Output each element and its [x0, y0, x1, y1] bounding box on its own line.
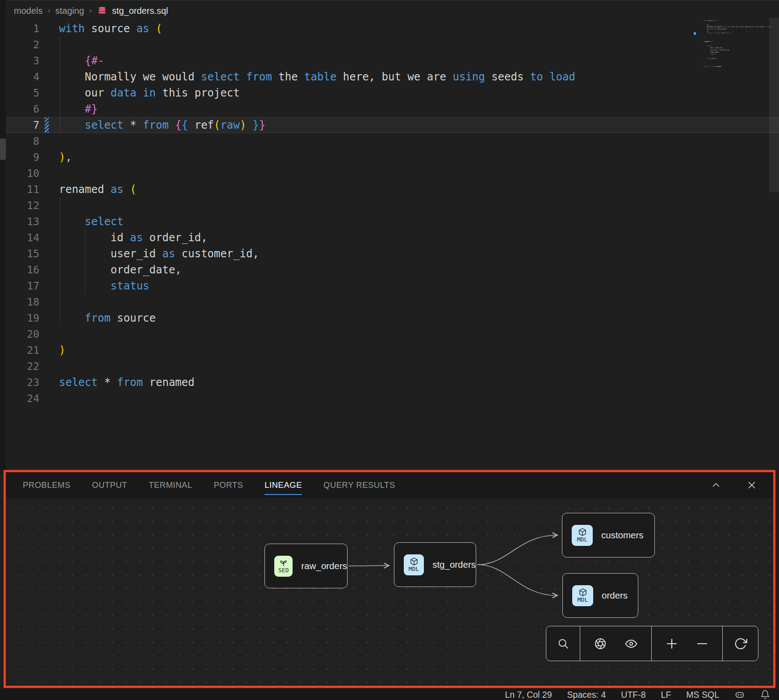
code-line-12[interactable]: 12 — [6, 197, 779, 214]
zoom-in-button[interactable] — [661, 626, 683, 661]
seedling-icon — [279, 558, 288, 567]
line-number: 21 — [6, 342, 39, 358]
cube-icon — [578, 588, 587, 597]
copilot-icon — [734, 689, 745, 700]
chevron-right-icon: › — [89, 5, 92, 15]
editor-scrollbar[interactable] — [769, 18, 779, 192]
snapshot-button[interactable] — [590, 626, 611, 661]
modified-line-marker — [45, 117, 49, 133]
database-icon — [97, 6, 107, 16]
code-editor[interactable]: models › staging › stg_orders.sql 1with … — [6, 0, 779, 470]
code-line-21[interactable]: 21) — [6, 342, 779, 358]
code-line-13[interactable]: 13 select — [6, 214, 779, 230]
code-line-14[interactable]: 14 id as order_id, — [6, 230, 779, 246]
line-number: 14 — [6, 230, 39, 246]
code-line-19[interactable]: 19 from source — [6, 310, 779, 326]
tab-query-results[interactable]: QUERY RESULTS — [323, 472, 395, 498]
code-line-6[interactable]: 6 #} — [6, 101, 779, 117]
line-number: 20 — [6, 326, 39, 342]
copilot-button[interactable] — [734, 689, 745, 700]
code-line-20[interactable]: 20 — [6, 326, 779, 342]
panel-tabs: PROBLEMSOUTPUTTERMINALPORTSLINEAGEQUERY … — [6, 472, 773, 498]
status-item[interactable]: Ln 7, Col 29 — [505, 690, 552, 700]
activity-strip — [0, 0, 6, 470]
lineage-node-orders[interactable]: MDL orders — [562, 573, 638, 618]
line-number: 5 — [6, 85, 39, 101]
notifications-button[interactable] — [760, 689, 770, 700]
tab-problems[interactable]: PROBLEMS — [23, 472, 71, 498]
lineage-edge — [477, 565, 557, 595]
line-number: 19 — [6, 310, 39, 326]
status-item[interactable]: LF — [661, 690, 671, 700]
seed-badge: SED — [274, 556, 293, 577]
breadcrumb: models › staging › stg_orders.sql — [14, 4, 168, 17]
code-line-1[interactable]: 1with source as ( — [6, 21, 779, 37]
model-badge: MDL — [572, 525, 593, 546]
refresh-icon — [734, 637, 747, 650]
status-item[interactable]: UTF-8 — [621, 690, 645, 700]
line-number: 6 — [6, 101, 39, 117]
line-number: 9 — [6, 149, 39, 165]
line-number: 7 — [6, 117, 39, 133]
sidebar-drag-handle[interactable] — [0, 138, 6, 160]
lineage-canvas[interactable]: SED raw_orders MDL stg_orders MDL custom… — [6, 498, 773, 686]
line-number: 12 — [6, 197, 39, 214]
code-line-3[interactable]: 3 {#- — [6, 53, 779, 69]
code-line-8[interactable]: 8 — [6, 133, 779, 149]
code-line-10[interactable]: 10 — [6, 165, 779, 181]
bell-icon — [760, 690, 770, 700]
code-line-22[interactable]: 22 — [6, 358, 779, 374]
code-line-17[interactable]: 17 status — [6, 278, 779, 294]
code-line-24[interactable]: 24 — [6, 390, 779, 407]
line-number: 4 — [6, 69, 39, 85]
zoom-out-icon — [695, 637, 709, 650]
line-number: 13 — [6, 214, 39, 230]
line-number: 10 — [6, 165, 39, 181]
line-number: 17 — [6, 278, 39, 294]
code-line-24[interactable]: 24 — [704, 68, 771, 70]
search-button[interactable] — [553, 626, 574, 661]
tab-ports[interactable]: PORTS — [214, 472, 243, 498]
code-line-15[interactable]: 15 user_id as customer_id, — [6, 246, 779, 262]
code-line-9[interactable]: 9), — [6, 149, 779, 165]
tab-terminal[interactable]: TERMINAL — [149, 472, 193, 498]
lineage-edge — [348, 566, 389, 566]
refresh-button[interactable] — [730, 626, 751, 661]
code-line-23[interactable]: 23select * from renamed — [6, 374, 779, 390]
minimap-modified-marker — [694, 32, 696, 35]
code-line-7[interactable]: 7 select * from {{ ref(raw) }} — [6, 117, 779, 133]
code-line-5[interactable]: 5 our data in this project — [6, 85, 779, 101]
status-item[interactable]: MS SQL — [686, 690, 719, 700]
lineage-node-customers[interactable]: MDL customers — [562, 513, 655, 557]
panel-collapse-button[interactable] — [705, 472, 727, 498]
zoom-out-button[interactable] — [691, 626, 713, 661]
code-line-4[interactable]: 4 Normally we would select from the tabl… — [6, 69, 779, 85]
lineage-node-raw-orders[interactable]: SED raw_orders — [264, 544, 348, 588]
code-line-2[interactable]: 2 — [6, 37, 779, 53]
bottom-panel-annotation-rectangle: PROBLEMSOUTPUTTERMINALPORTSLINEAGEQUERY … — [4, 470, 775, 688]
status-item[interactable]: Spaces: 4 — [567, 690, 606, 700]
lineage-node-stg-orders[interactable]: MDL stg_orders — [394, 542, 476, 587]
cube-icon — [410, 557, 419, 566]
code-line-18[interactable]: 18 — [6, 294, 779, 310]
lineage-edge — [477, 535, 557, 565]
code-line-16[interactable]: 16 order_date, — [6, 262, 779, 278]
visibility-button[interactable] — [620, 626, 642, 661]
line-number: 2 — [6, 37, 39, 53]
tab-lineage[interactable]: LINEAGE — [264, 472, 302, 498]
code-line-11[interactable]: 11renamed as ( — [6, 181, 779, 197]
code-lines[interactable]: 1with source as (23 {#-4 Normally we wou… — [6, 21, 779, 407]
line-number: 1 — [6, 21, 39, 37]
eye-icon — [624, 637, 638, 650]
breadcrumb-file[interactable]: stg_orders.sql — [112, 6, 168, 16]
line-number: 3 — [6, 53, 39, 69]
chevron-right-icon: › — [47, 5, 50, 15]
breadcrumb-item-staging[interactable]: staging — [55, 6, 84, 16]
breadcrumb-item-models[interactable]: models — [14, 6, 42, 16]
panel-close-button[interactable] — [741, 472, 762, 498]
status-bar: Ln 7, Col 29Spaces: 4UTF-8LFMS SQL — [0, 689, 779, 700]
minimap[interactable]: 1with source as (23 {#-4 Normally we wou… — [704, 20, 771, 75]
tab-output[interactable]: OUTPUT — [92, 472, 127, 498]
status-items: Ln 7, Col 29Spaces: 4UTF-8LFMS SQL — [505, 690, 719, 700]
aperture-icon — [594, 637, 607, 650]
